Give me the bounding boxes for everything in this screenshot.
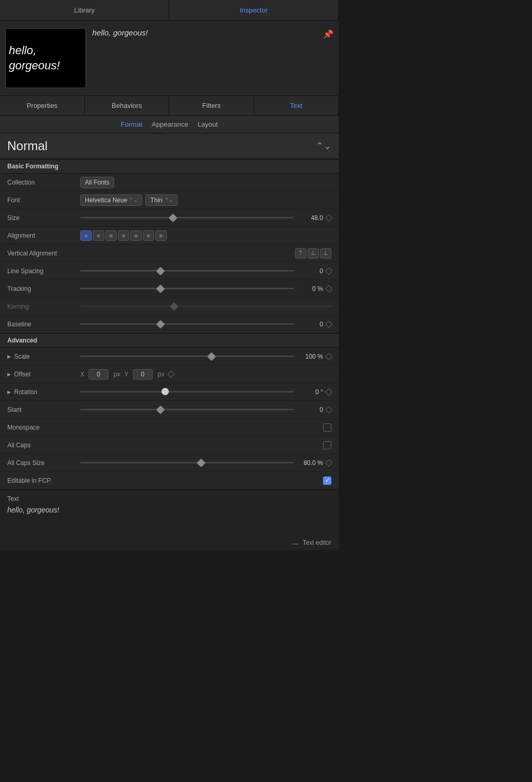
slider-line-spacing[interactable] xyxy=(80,267,294,275)
tab-text[interactable]: Text xyxy=(254,96,339,115)
slider-size[interactable] xyxy=(80,214,294,222)
value-line-spacing[interactable]: 0 xyxy=(297,267,323,275)
content-baseline: 0 xyxy=(80,321,331,328)
valign-btn-bot[interactable]: ⊥ xyxy=(320,248,331,259)
label-rotation: ▶ Rotation xyxy=(7,388,80,396)
slider-thumb-size xyxy=(169,214,178,223)
diamond-offset[interactable] xyxy=(167,370,175,377)
slider-track-size xyxy=(80,217,294,218)
label-all-caps-size: All Caps Size xyxy=(7,459,80,467)
content-offset: X px Y px xyxy=(80,369,331,380)
pin-icon[interactable]: 📌 xyxy=(323,29,333,39)
content-tracking: 0 % xyxy=(80,285,331,292)
label-scale: ▶ Scale xyxy=(7,353,80,360)
value-slant[interactable]: 0 xyxy=(297,406,323,413)
align-btn-left[interactable]: ≡ xyxy=(80,230,92,241)
expand-arrow-scale[interactable]: ▶ xyxy=(7,354,11,359)
content-vertical-alignment: ⊤ ⊥ ⊥ xyxy=(80,248,331,259)
tab-behaviors[interactable]: Behaviors xyxy=(85,96,170,115)
content-size: 48.0 xyxy=(80,214,331,222)
value-size[interactable]: 48.0 xyxy=(297,214,323,222)
tab-library[interactable]: Library xyxy=(0,0,169,20)
slider-kerning[interactable] xyxy=(80,303,331,310)
diamond-line-spacing[interactable] xyxy=(325,267,332,274)
diamond-rotation[interactable] xyxy=(325,388,332,395)
label-editable-fcp: Editable in FCP xyxy=(7,477,80,484)
value-baseline[interactable]: 0 xyxy=(297,321,323,328)
slider-tracking[interactable] xyxy=(80,285,294,292)
tab-inspector[interactable]: Inspector xyxy=(169,0,339,20)
row-baseline: Baseline 0 xyxy=(0,315,339,333)
align-btn-justify2[interactable]: ≡ xyxy=(130,230,142,241)
diamond-slant[interactable] xyxy=(325,406,332,413)
content-all-caps-size: 80.0 % xyxy=(80,459,331,467)
section-basic-formatting: Basic Formatting xyxy=(0,159,339,174)
align-btn-center[interactable]: ≡ xyxy=(105,230,117,241)
slider-track-rotation xyxy=(80,391,294,393)
dropdown-font-weight[interactable]: Thin ⌃⌄ xyxy=(145,194,177,206)
format-bar: Format Appearance Layout xyxy=(0,116,339,133)
diamond-tracking[interactable] xyxy=(325,285,332,292)
tab-properties[interactable]: Properties xyxy=(0,96,85,115)
value-rotation[interactable]: 0 ° xyxy=(297,388,323,396)
align-btn-right[interactable]: ≡ xyxy=(93,230,104,241)
slider-thumb-kerning xyxy=(169,302,178,311)
value-tracking[interactable]: 0 % xyxy=(297,285,323,292)
content-monospace xyxy=(80,423,331,432)
offset-y-label: Y xyxy=(125,371,129,378)
style-selector[interactable]: Normal ⌃⌄ xyxy=(0,133,339,159)
preview-thumbnail: hello, gorgeous! xyxy=(5,28,86,88)
value-scale[interactable]: 100 % xyxy=(297,353,323,360)
text-section-content[interactable]: hello, gorgeous! xyxy=(7,506,331,514)
label-font: Font xyxy=(7,197,80,204)
label-monospace: Monospace xyxy=(7,424,80,431)
checkbox-editable-fcp[interactable] xyxy=(323,476,331,485)
align-btn-justify3[interactable]: ≡ xyxy=(143,230,154,241)
alignment-buttons: ≡ ≡ ≡ ≡ ≡ ≡ ≡ xyxy=(80,230,167,241)
tab-filters[interactable]: Filters xyxy=(169,96,254,115)
slider-thumb-line-spacing xyxy=(156,267,165,276)
format-tab-layout[interactable]: Layout xyxy=(197,120,218,128)
format-tab-format[interactable]: Format xyxy=(121,120,142,128)
align-btn-justify4[interactable]: ≡ xyxy=(155,230,167,241)
valign-btn-top[interactable]: ⊤ xyxy=(295,248,306,259)
row-all-caps-size: All Caps Size 80.0 % xyxy=(0,454,339,472)
format-tab-appearance[interactable]: Appearance xyxy=(152,120,188,128)
slider-thumb-all-caps-size xyxy=(196,459,205,468)
slider-rotation[interactable] xyxy=(80,388,294,396)
content-scale: 100 % xyxy=(80,353,331,360)
row-kerning: Kerning xyxy=(0,298,339,315)
dropdown-font-family[interactable]: Helvetica Neue ⌃⌄ xyxy=(80,194,142,206)
offset-x-input[interactable] xyxy=(89,369,108,380)
slider-scale[interactable] xyxy=(80,353,294,360)
content-alignment: ≡ ≡ ≡ ≡ ≡ ≡ ≡ xyxy=(80,230,331,241)
slider-slant[interactable] xyxy=(80,406,294,413)
slider-thumb-rotation xyxy=(162,388,169,395)
diamond-scale[interactable] xyxy=(325,352,332,360)
dropdown-collection[interactable]: All Fonts xyxy=(80,177,114,188)
slider-track-tracking xyxy=(80,288,294,289)
valign-btn-mid[interactable]: ⊥ xyxy=(307,248,319,259)
checkbox-monospace[interactable] xyxy=(323,423,331,432)
subtab-bar: Properties Behaviors Filters Text xyxy=(0,96,339,116)
text-editor-line xyxy=(292,544,299,544)
row-rotation: ▶ Rotation 0 ° xyxy=(0,383,339,401)
align-btn-justify[interactable]: ≡ xyxy=(118,230,129,241)
content-collection: All Fonts xyxy=(80,177,331,188)
value-all-caps-size[interactable]: 80.0 % xyxy=(297,459,323,467)
slider-all-caps-size[interactable] xyxy=(80,459,294,467)
offset-y-input[interactable] xyxy=(133,369,153,380)
content-editable-fcp xyxy=(80,476,331,485)
slider-baseline[interactable] xyxy=(80,321,294,328)
expand-arrow-rotation[interactable]: ▶ xyxy=(7,389,11,395)
stepper-icon[interactable]: ⌃⌄ xyxy=(316,140,331,152)
expand-arrow-offset[interactable]: ▶ xyxy=(7,372,11,377)
row-offset: ▶ Offset X px Y px xyxy=(0,365,339,383)
diamond-size[interactable] xyxy=(325,214,332,221)
checkbox-all-caps[interactable] xyxy=(323,441,331,449)
slider-track-slant xyxy=(80,409,294,410)
diamond-all-caps-size[interactable] xyxy=(325,459,332,466)
slider-thumb-baseline xyxy=(156,320,165,329)
row-all-caps: All Caps xyxy=(0,436,339,454)
diamond-baseline[interactable] xyxy=(325,320,332,327)
